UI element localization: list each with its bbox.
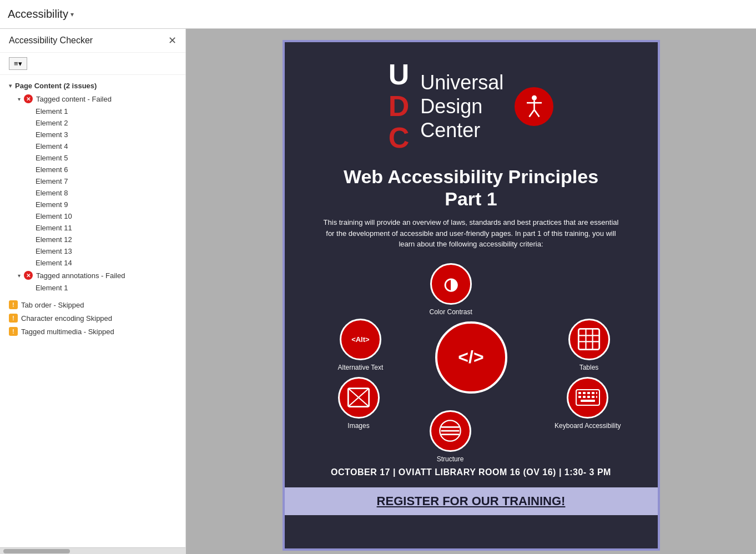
udc-letters: U D C	[389, 59, 410, 154]
accessibility-diagram: ◑ Color Contrast <Alt> Alternative Text	[321, 263, 621, 452]
register-text[interactable]: REGISTER FOR OUR TRAINING!	[377, 494, 566, 508]
alt-text-label: Alternative Text	[338, 364, 384, 371]
svg-rect-17	[592, 392, 594, 394]
udc-d: D	[389, 90, 410, 122]
register-bar: REGISTER FOR OUR TRAINING!	[285, 487, 658, 515]
svg-rect-15	[583, 392, 586, 394]
tagged-multimedia-label: Tagged multimedia - Skipped	[21, 328, 114, 336]
images-label: Images	[347, 422, 369, 430]
udc-words: Universal Design Center	[420, 70, 503, 143]
tagged-annotations-items: Element 1	[0, 282, 185, 294]
title-dropdown-arrow[interactable]: ▾	[70, 11, 74, 18]
svg-line-4	[534, 110, 539, 117]
element-item[interactable]: Element 14	[0, 257, 185, 269]
tagged-content-items: Element 1 Element 2 Element 3 Element 4 …	[0, 105, 185, 269]
close-panel-button[interactable]: ✕	[168, 36, 177, 46]
char-encoding-label: Character encoding Skipped	[21, 314, 112, 323]
svg-rect-19	[578, 396, 581, 398]
element-item[interactable]: Element 13	[0, 245, 185, 257]
udc-header: U D C Universal Design Center	[307, 59, 636, 154]
fail-icon: ✕	[24, 94, 33, 103]
section-label: Page Content (2 issues)	[15, 82, 97, 90]
alt-text-circle: <Alt>	[340, 319, 381, 360]
title-bar: Accessibility ▾	[0, 0, 756, 29]
skipped-items: ! Tab order - Skipped ! Character encodi…	[0, 298, 185, 338]
pdf-page: U D C Universal Design Center	[283, 40, 660, 551]
char-encoding-item[interactable]: ! Character encoding Skipped	[0, 311, 185, 325]
panel-tree-content: ▾ Page Content (2 issues) ▾ ✕ Tagged con…	[0, 75, 185, 547]
svg-rect-5	[578, 329, 599, 349]
pdf-preview-area: U D C Universal Design Center	[186, 29, 756, 554]
keyboard-svg	[576, 389, 600, 406]
element-item[interactable]: Element 2	[0, 117, 185, 129]
element-item[interactable]: Element 9	[0, 199, 185, 210]
element-item[interactable]: Element 11	[0, 222, 185, 234]
images-circle	[338, 377, 380, 419]
element-item[interactable]: Element 10	[0, 210, 185, 222]
udc-design: Design	[420, 95, 482, 118]
toolbar-row: ≡▾	[0, 53, 185, 75]
subsection-chevron: ▾	[18, 273, 21, 279]
horizontal-scrollbar[interactable]	[0, 547, 185, 554]
svg-point-0	[532, 95, 537, 100]
accessibility-checker-panel: Accessibility Checker ✕ ≡▾ ▾ Page Conten…	[0, 29, 186, 554]
tagged-content-label: Tagged content - Failed	[36, 95, 112, 103]
tagged-annotations-header[interactable]: ▾ ✕ Tagged annotations - Failed	[0, 269, 185, 282]
subsection-chevron: ▾	[18, 96, 21, 102]
page-content-header[interactable]: ▾ Page Content (2 issues)	[0, 79, 185, 92]
section-chevron: ▾	[9, 83, 12, 89]
svg-rect-21	[587, 396, 590, 398]
structure-circle	[430, 410, 471, 452]
element-item[interactable]: Element 4	[0, 140, 185, 152]
structure-label: Structure	[437, 455, 464, 463]
element-item[interactable]: Element 6	[0, 164, 185, 175]
images-svg	[346, 385, 371, 410]
udc-c: C	[389, 122, 410, 154]
fail-icon: ✕	[24, 271, 33, 280]
element-item[interactable]: Element 1	[0, 282, 185, 294]
element-item[interactable]: Element 5	[0, 152, 185, 164]
warn-icon: !	[9, 314, 18, 323]
svg-rect-18	[596, 392, 597, 394]
pdf-main-title: Web Accessibility PrinciplesPart 1	[344, 165, 598, 211]
color-contrast-label: Color Contrast	[430, 308, 472, 316]
panel-header: Accessibility Checker ✕	[0, 29, 185, 53]
alt-text-icon: <Alt> Alternative Text	[338, 319, 384, 371]
element-item[interactable]: Element 3	[0, 129, 185, 140]
event-info: OCTOBER 17 | OVIATT LIBRARY ROOM 16 (OV …	[331, 463, 611, 482]
color-contrast-icon: ◑ Color Contrast	[430, 263, 472, 316]
warn-icon: !	[9, 327, 18, 336]
udc-center: Center	[420, 119, 480, 142]
h-scroll-thumb[interactable]	[3, 549, 70, 553]
collapse-panel-button[interactable]: ◀	[185, 281, 186, 301]
element-item[interactable]: Element 7	[0, 175, 185, 187]
svg-rect-16	[587, 392, 590, 394]
pdf-subtitle: This training will provide an overview o…	[321, 217, 621, 250]
udc-accessibility-icon	[515, 87, 553, 126]
tab-order-item[interactable]: ! Tab order - Skipped	[0, 298, 185, 311]
tagged-annotations-label: Tagged annotations - Failed	[36, 271, 125, 280]
toolbar-button[interactable]: ≡▾	[9, 57, 27, 70]
page-content-section: ▾ Page Content (2 issues) ▾ ✕ Tagged con…	[0, 75, 185, 298]
main-layout: Accessibility Checker ✕ ≡▾ ▾ Page Conten…	[0, 29, 756, 554]
svg-rect-24	[581, 400, 595, 402]
tables-icon: Tables	[568, 319, 610, 371]
tagged-content-header[interactable]: ▾ ✕ Tagged content - Failed	[0, 92, 185, 105]
app-title: Accessibility	[8, 8, 68, 21]
svg-rect-23	[596, 396, 597, 398]
keyboard-label: Keyboard Accessibility	[555, 422, 621, 430]
element-item[interactable]: Element 12	[0, 234, 185, 245]
tables-label: Tables	[579, 364, 599, 371]
keyboard-icon: Keyboard Accessibility	[555, 377, 621, 430]
tables-svg	[577, 327, 601, 351]
udc-universal: Universal	[420, 71, 503, 94]
accessibility-figure-icon	[522, 94, 547, 119]
color-contrast-circle: ◑	[430, 263, 472, 305]
tab-order-label: Tab order - Skipped	[21, 301, 84, 309]
svg-rect-14	[578, 392, 581, 394]
element-item[interactable]: Element 1	[0, 105, 185, 117]
tagged-multimedia-item[interactable]: ! Tagged multimedia - Skipped	[0, 325, 185, 338]
udc-u: U	[389, 58, 410, 90]
panel-title: Accessibility Checker	[9, 36, 93, 46]
element-item[interactable]: Element 8	[0, 187, 185, 199]
